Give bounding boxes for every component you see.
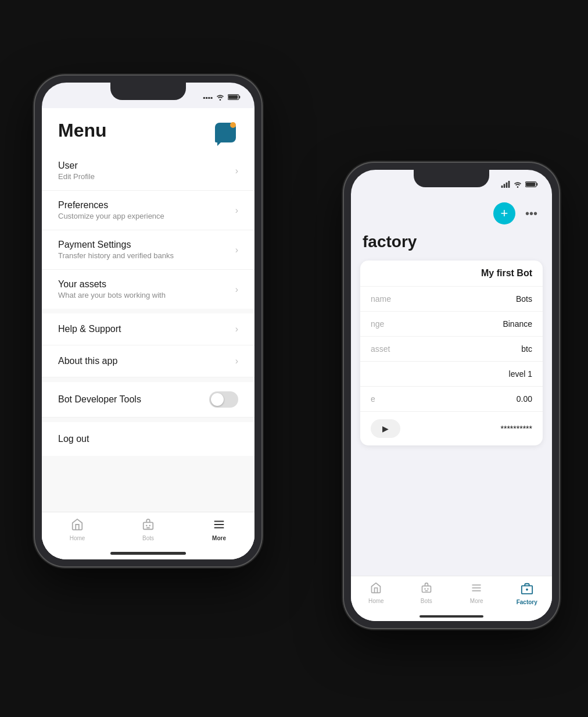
home-icon — [71, 518, 84, 533]
phone-1-screen: 9:41 ▪▪▪▪ — [42, 83, 254, 559]
detail-value-bot-name: My first Bot — [481, 268, 532, 279]
svg-rect-13 — [506, 182, 508, 187]
detail-key-asset: asset — [371, 344, 390, 354]
logout-label: Log out — [58, 434, 89, 444]
menu-item-user-text: User Edit Profile — [58, 160, 235, 181]
menu-item-about[interactable]: About this app › — [42, 345, 254, 377]
menu-section-main: User Edit Profile › Preferences Customiz… — [42, 151, 254, 309]
detail-row-top: My first Bot — [360, 261, 543, 287]
detail-value-name: Bots — [516, 294, 532, 304]
svg-rect-14 — [508, 181, 510, 188]
nav-home-1[interactable]: Home — [42, 518, 113, 541]
svg-rect-19 — [422, 586, 431, 593]
chat-button[interactable] — [213, 120, 238, 145]
bots-icon — [142, 518, 155, 533]
nav-more-2[interactable]: More — [451, 582, 502, 604]
menu-item-help[interactable]: Help & Support › — [42, 313, 254, 345]
developer-tools-toggle[interactable] — [209, 391, 238, 408]
detail-value-balance: 0.00 — [517, 394, 532, 404]
svg-rect-4 — [144, 522, 153, 529]
signal-icon: ▪▪▪▪ — [203, 94, 213, 102]
nav-bots-label-1: Bots — [142, 535, 154, 541]
menu-item-user-title: User — [58, 160, 235, 171]
battery-icon — [228, 94, 241, 102]
chevron-icon-user: › — [235, 166, 238, 176]
signal-icon-2 — [501, 181, 510, 190]
svg-point-0 — [220, 99, 221, 101]
detail-key-name: name — [371, 294, 391, 304]
menu-section-standalone: Help & Support › About this app › — [42, 313, 254, 377]
notch-1 — [110, 83, 186, 100]
detail-row-asset: asset btc — [360, 337, 543, 362]
phone-1: 9:41 ▪▪▪▪ — [35, 76, 261, 566]
more-options-button[interactable]: ••• — [522, 204, 540, 223]
menu-item-help-title: Help & Support — [58, 324, 121, 334]
view-button[interactable]: ▶ — [371, 419, 400, 438]
more-icon-2 — [471, 582, 482, 596]
detail-value-secret: ********** — [501, 424, 532, 433]
nav-bots-1[interactable]: Bots — [113, 518, 184, 541]
chevron-icon-help: › — [235, 324, 238, 334]
svg-point-6 — [149, 525, 150, 526]
nav-factory-label-2: Factory — [517, 599, 537, 605]
nav-more-1[interactable]: More — [184, 518, 254, 541]
logout-row[interactable]: Log out — [42, 422, 254, 456]
factory-title-area: factory — [351, 230, 552, 261]
svg-rect-3 — [228, 95, 238, 99]
detail-value-asset: btc — [521, 344, 532, 354]
nav-bots-2[interactable]: Bots — [401, 582, 452, 604]
add-button[interactable]: + — [493, 202, 515, 224]
home-icon-2 — [370, 582, 382, 596]
nav-home-2[interactable]: Home — [351, 582, 401, 604]
chevron-icon-payment: › — [235, 245, 238, 255]
menu-item-preferences-title: Preferences — [58, 200, 235, 211]
chevron-icon-assets: › — [235, 284, 238, 295]
home-bar-1 — [110, 552, 186, 555]
menu-list: User Edit Profile › Preferences Customiz… — [42, 151, 254, 559]
more-icon — [213, 518, 225, 533]
menu-item-preferences-text: Preferences Customize your app experienc… — [58, 200, 235, 220]
home-bar-2 — [420, 615, 483, 618]
svg-point-15 — [517, 186, 519, 188]
menu-item-payment-subtitle: Transfer history and verified banks — [58, 251, 235, 260]
phone-2-screen: 9:41 — [351, 170, 552, 621]
menu-item-preferences-subtitle: Customize your app experience — [58, 212, 235, 220]
factory-title: factory — [363, 233, 540, 251]
nav-home-label-1: Home — [70, 535, 85, 541]
bottom-nav-1: Home Bots — [42, 512, 254, 559]
detail-value-level: level 1 — [509, 369, 532, 379]
menu-title: Menu — [58, 120, 107, 141]
menu-item-preferences[interactable]: Preferences Customize your app experienc… — [42, 191, 254, 230]
menu-item-payment-text: Payment Settings Transfer history and ve… — [58, 240, 235, 260]
nav-factory-2[interactable]: Factory — [502, 582, 553, 605]
nav-home-label-2: Home — [368, 598, 384, 604]
nav-bots-label-2: Bots — [421, 598, 432, 604]
detail-row-name: name Bots — [360, 287, 543, 312]
svg-point-5 — [146, 525, 148, 526]
phone-2: 9:41 — [344, 163, 559, 628]
bots-icon-2 — [421, 582, 432, 596]
svg-point-20 — [424, 588, 426, 590]
factory-header: + ••• — [351, 195, 552, 230]
wifi-icon-2 — [513, 181, 522, 190]
battery-icon-2 — [525, 181, 538, 190]
menu-item-assets-subtitle: What are your bots working with — [58, 291, 235, 299]
menu-section-toggle: Bot Developer Tools — [42, 382, 254, 418]
detail-row-exchange: nge Binance — [360, 312, 543, 337]
menu-item-assets-title: Your assets — [58, 279, 235, 290]
detail-key-exchange: nge — [371, 319, 384, 329]
status-icons-2 — [501, 181, 538, 190]
developer-tools-label: Bot Developer Tools — [58, 394, 141, 405]
svg-rect-2 — [239, 95, 240, 98]
menu-item-assets[interactable]: Your assets What are your bots working w… — [42, 270, 254, 309]
menu-screen: Menu User Edit Profile › — [42, 108, 254, 559]
menu-item-payment-title: Payment Settings — [58, 240, 235, 250]
svg-rect-18 — [526, 182, 535, 186]
menu-item-user-subtitle: Edit Profile — [58, 172, 235, 181]
bottom-nav-2: Home Bots — [351, 576, 552, 621]
detail-row-level: level 1 — [360, 362, 543, 387]
menu-header: Menu — [42, 108, 254, 151]
factory-icon-2 — [521, 582, 533, 597]
menu-item-user[interactable]: User Edit Profile › — [42, 151, 254, 191]
menu-item-payment[interactable]: Payment Settings Transfer history and ve… — [42, 230, 254, 270]
